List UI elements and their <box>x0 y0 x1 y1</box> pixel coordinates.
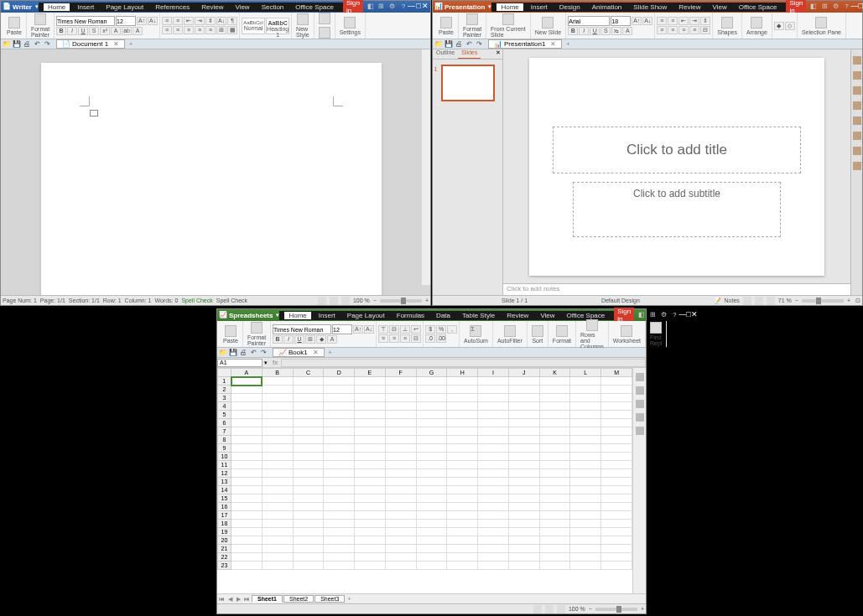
cell-H6[interactable] <box>447 419 478 427</box>
menu-office-space[interactable]: Office Space <box>291 3 338 11</box>
skin-icon[interactable]: ◧ <box>637 311 646 319</box>
find-replace-button[interactable]: Find Repl <box>647 321 664 347</box>
minimize-button[interactable]: — <box>850 2 858 12</box>
cell-E14[interactable] <box>355 486 386 494</box>
cell-L2[interactable] <box>570 386 601 394</box>
menu-home[interactable]: Home <box>284 312 310 319</box>
outdent-icon[interactable]: ⇤ <box>184 17 194 25</box>
cell-F21[interactable] <box>385 545 416 553</box>
cell-H15[interactable] <box>447 494 478 503</box>
cell-E19[interactable] <box>355 528 386 536</box>
view-normal-icon[interactable] <box>743 297 751 305</box>
slide-thumbnail[interactable]: 1 <box>441 65 495 101</box>
cell-L12[interactable] <box>570 469 601 478</box>
cell-M15[interactable] <box>601 494 632 503</box>
cell-K8[interactable] <box>539 436 570 444</box>
cell-B3[interactable] <box>262 394 293 402</box>
format-painter-button[interactable]: Format Painter <box>460 13 484 39</box>
menu-home[interactable]: Home <box>496 3 522 11</box>
cell-E8[interactable] <box>355 436 386 444</box>
cell-G16[interactable] <box>416 503 447 511</box>
cell-B23[interactable] <box>262 562 293 570</box>
panel-icon-8[interactable] <box>853 162 861 170</box>
panel-icon-7[interactable] <box>853 147 861 155</box>
cell-F15[interactable] <box>385 494 416 503</box>
cell-D7[interactable] <box>324 427 355 436</box>
tool-icon[interactable]: ⊞ <box>820 3 829 11</box>
cell-F1[interactable] <box>385 377 416 386</box>
cell-K7[interactable] <box>539 427 570 436</box>
strike-button[interactable]: S <box>89 27 99 35</box>
cell-J1[interactable] <box>508 377 539 386</box>
wrap-text-icon[interactable]: ↩ <box>411 325 421 334</box>
cell-M14[interactable] <box>601 486 632 494</box>
cell-L7[interactable] <box>570 427 601 436</box>
slide-canvas[interactable]: Click to add title Click to add subtitle <box>529 58 824 276</box>
align-center-icon[interactable]: ≡ <box>389 334 399 343</box>
menu-design[interactable]: Design <box>555 3 585 11</box>
status-notes[interactable]: Notes <box>725 298 740 303</box>
document-tab[interactable]: 📈 Book1 ✕ <box>273 348 325 357</box>
view-mode-2-icon[interactable] <box>545 605 554 613</box>
cell-J3[interactable] <box>508 394 539 402</box>
qat-undo-icon[interactable]: ↶ <box>465 40 473 49</box>
cell-C15[interactable] <box>293 494 324 503</box>
comma-icon[interactable]: , <box>447 325 457 334</box>
maximize-button[interactable]: □ <box>415 2 422 12</box>
currency-icon[interactable]: $ <box>425 325 435 334</box>
decrease-font-icon[interactable]: A↓ <box>642 17 652 25</box>
cell-H8[interactable] <box>447 436 478 444</box>
align-right-icon[interactable]: ≡ <box>400 334 410 343</box>
cell-L3[interactable] <box>570 394 601 402</box>
sheet-nav-last-icon[interactable]: ⏭ <box>242 596 251 602</box>
cell-F11[interactable] <box>385 461 416 469</box>
cell-L15[interactable] <box>570 494 601 503</box>
tab-close-icon[interactable]: ✕ <box>113 40 119 48</box>
decrease-font-icon[interactable]: A↓ <box>364 325 374 334</box>
row-header-15[interactable]: 15 <box>218 494 231 503</box>
cell-L19[interactable] <box>570 528 601 536</box>
zoom-in-icon[interactable]: + <box>425 298 429 303</box>
cell-F12[interactable] <box>385 469 416 478</box>
shadow-button[interactable]: S <box>600 27 611 35</box>
bold-button[interactable]: B <box>568 27 578 35</box>
tool-icon[interactable]: ⊞ <box>377 3 386 11</box>
menu-view[interactable]: View <box>536 312 559 319</box>
fill-icon[interactable]: ◆ <box>774 22 784 30</box>
zoom-in-icon[interactable]: + <box>847 298 850 303</box>
sheet-nav-first-icon[interactable]: ⏮ <box>217 596 226 602</box>
increase-font-icon[interactable]: A↑ <box>137 17 147 25</box>
namebox-dropdown-icon[interactable]: ▾ <box>263 360 269 366</box>
cell-A15[interactable] <box>231 494 263 503</box>
cell-E12[interactable] <box>355 469 386 478</box>
cell-B8[interactable] <box>262 436 293 444</box>
cell-I22[interactable] <box>478 553 509 562</box>
cell-L11[interactable] <box>570 461 601 469</box>
cell-D18[interactable] <box>324 520 355 528</box>
cell-J20[interactable] <box>508 536 539 545</box>
cell-B11[interactable] <box>262 461 293 469</box>
cell-I7[interactable] <box>478 427 509 436</box>
cell-K17[interactable] <box>539 511 570 520</box>
cell-D6[interactable] <box>324 419 355 427</box>
cell-K18[interactable] <box>539 520 570 528</box>
cell-J11[interactable] <box>508 461 539 469</box>
panel-icon-3[interactable] <box>636 400 644 408</box>
cell-C14[interactable] <box>293 486 324 494</box>
autofilter-button[interactable]: AutoFilter <box>495 324 525 344</box>
cell-M7[interactable] <box>601 427 632 436</box>
format-button[interactable]: Format <box>550 324 574 344</box>
cell-L22[interactable] <box>570 553 601 562</box>
cell-C12[interactable] <box>293 469 324 478</box>
cell-J12[interactable] <box>508 469 539 478</box>
cell-A17[interactable] <box>231 511 263 520</box>
menu-insert[interactable]: Insert <box>73 3 98 11</box>
select-all-corner[interactable] <box>218 369 231 377</box>
find-replace-button[interactable] <box>316 12 333 26</box>
cell-H22[interactable] <box>447 553 478 562</box>
tab-close-icon[interactable]: ✕ <box>550 40 556 48</box>
cell-F18[interactable] <box>385 520 416 528</box>
cell-H16[interactable] <box>447 503 478 511</box>
formula-input[interactable] <box>281 359 646 367</box>
cell-E6[interactable] <box>355 419 386 427</box>
